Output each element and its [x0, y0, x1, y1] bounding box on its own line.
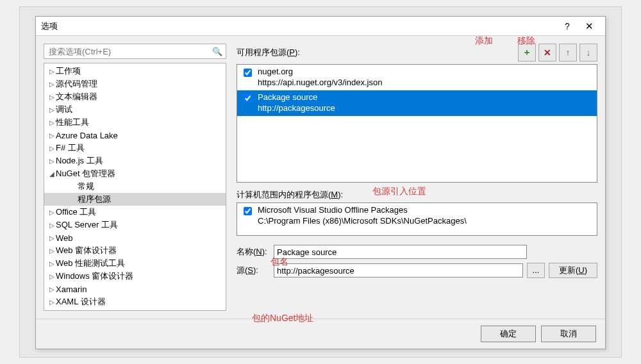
sources-label: 可用程序包源(P): [237, 47, 515, 58]
remove-source-button[interactable]: ✕ [538, 44, 556, 62]
browse-button[interactable]: ... [527, 263, 545, 278]
expander-icon[interactable]: ▷ [48, 235, 56, 242]
expander-icon[interactable]: ▷ [48, 247, 56, 254]
tree-item[interactable]: ▷调试 [44, 103, 226, 116]
tree-item-label: 工作项 [56, 65, 81, 77]
tree-item-label: 源代码管理 [56, 78, 97, 90]
search-input[interactable] [47, 46, 212, 58]
tree-item-label: 性能工具 [56, 117, 89, 128]
options-tree[interactable]: ▷工作项▷源代码管理▷文本编辑器▷调试▷性能工具▷Azure Data Lake… [44, 63, 226, 311]
tree-item-label: 文本编辑器 [56, 91, 97, 103]
button-bar: 确定 取消 [36, 318, 605, 349]
add-source-button[interactable]: ＋ [518, 44, 536, 62]
expander-icon[interactable]: ▷ [48, 68, 56, 75]
source-url: http://packagesource [258, 103, 335, 114]
source-url: C:\Program Files (x86)\Microsoft SDKs\Nu… [258, 216, 467, 227]
dialog-title: 选项 [41, 21, 556, 32]
tree-item-label: Web 性能测试工具 [56, 258, 125, 269]
source-url: https://api.nuget.org/v3/index.json [258, 78, 382, 88]
tree-item[interactable]: ▷Web 窗体设计器 [44, 244, 226, 257]
tree-item[interactable]: ▷Xamarin [44, 283, 226, 295]
tree-item[interactable]: ▷性能工具 [44, 116, 226, 129]
tree-item-label: Node.js 工具 [56, 155, 103, 167]
tree-item-label: 程序包源 [78, 194, 111, 205]
tree-item-label: Windows 窗体设计器 [56, 270, 133, 282]
tree-item[interactable]: ▷XAML 设计器 [44, 295, 226, 308]
tree-item[interactable]: ▷工作项 [44, 65, 226, 78]
source-name: nuget.org [258, 67, 382, 78]
tree-item[interactable]: ▷Office 工具 [44, 206, 226, 219]
source-name: Package source [258, 92, 335, 103]
tree-item-label: 常规 [78, 181, 94, 192]
tree-item-label: Office 工具 [56, 206, 96, 218]
expander-icon[interactable]: ▷ [48, 81, 56, 88]
tree-item[interactable]: ▷Node.js 工具 [44, 154, 226, 167]
main-area: 🔍 ▷工作项▷源代码管理▷文本编辑器▷调试▷性能工具▷Azure Data La… [36, 36, 605, 318]
tree-item-label: Web 窗体设计器 [56, 245, 117, 256]
tree-item-label: 调试 [56, 104, 72, 115]
tree-item[interactable]: ▷Web [44, 231, 226, 244]
source-item[interactable]: nuget.orghttps://api.nuget.org/v3/index.… [237, 65, 597, 90]
source-field[interactable] [274, 263, 523, 277]
move-up-button[interactable]: ↑ [559, 44, 577, 62]
expander-icon[interactable]: ▷ [48, 286, 56, 293]
tree-item[interactable]: 程序包源 [44, 193, 226, 206]
expander-icon[interactable]: ▷ [48, 145, 56, 152]
expander-icon[interactable]: ▷ [48, 273, 56, 280]
move-down-button[interactable]: ↓ [579, 44, 597, 62]
expander-icon[interactable]: ▷ [48, 119, 56, 126]
search-icon[interactable]: 🔍 [212, 47, 222, 56]
tree-item-label: SQL Server 工具 [56, 219, 118, 231]
source-name: Microsoft Visual Studio Offline Packages [258, 205, 467, 216]
source-checkbox[interactable] [244, 69, 252, 77]
tree-item[interactable]: ▷Windows 窗体设计器 [44, 270, 226, 283]
tree-item[interactable]: ▷F# 工具 [44, 142, 226, 154]
expander-icon[interactable]: ▷ [48, 158, 56, 165]
tree-item[interactable]: ▷文本编辑器 [44, 90, 226, 103]
expander-icon[interactable]: ▷ [48, 209, 56, 216]
tree-item[interactable]: ▷Web 性能测试工具 [44, 257, 226, 270]
machine-source-item[interactable]: Microsoft Visual Studio Offline Packages… [237, 203, 597, 229]
expander-icon[interactable]: ▷ [48, 94, 56, 101]
source-checkbox[interactable] [244, 207, 252, 215]
left-panel: 🔍 ▷工作项▷源代码管理▷文本编辑器▷调试▷性能工具▷Azure Data La… [44, 44, 226, 311]
package-source-list[interactable]: nuget.orghttps://api.nuget.org/v3/index.… [237, 64, 597, 183]
tree-item[interactable]: ▷源代码管理 [44, 78, 226, 90]
machine-sources-label: 计算机范围内的程序包源(M): [237, 189, 597, 201]
cancel-button[interactable]: 取消 [541, 326, 596, 342]
ok-button[interactable]: 确定 [481, 326, 536, 342]
source-item[interactable]: Package sourcehttp://packagesource [237, 90, 597, 116]
expander-icon[interactable]: ▷ [48, 222, 56, 229]
tree-item-label: Azure Data Lake [56, 131, 118, 140]
tree-item-label: F# 工具 [56, 142, 85, 154]
close-icon[interactable]: ✕ [578, 19, 600, 34]
titlebar: 选项 ? ✕ [36, 17, 605, 36]
source-label: 源(S): [237, 265, 274, 276]
tree-item-label: XAML 设计器 [56, 296, 106, 308]
search-box[interactable]: 🔍 [44, 44, 226, 59]
tree-item[interactable]: 常规 [44, 180, 226, 193]
name-field[interactable] [274, 245, 527, 259]
source-checkbox[interactable] [244, 94, 252, 103]
tree-item[interactable]: ▷Azure Data Lake [44, 129, 226, 142]
tree-item[interactable]: ◢NuGet 包管理器 [44, 167, 226, 180]
options-dialog: 选项 ? ✕ 🔍 ▷工作项▷源代码管理▷文本编辑器▷调试▷性能工具▷Azure … [35, 16, 606, 349]
name-label: 名称(N): [237, 246, 274, 258]
help-icon[interactable]: ? [556, 19, 578, 34]
expander-icon[interactable]: ▷ [48, 260, 56, 267]
tree-item[interactable]: ▷SQL Server 工具 [44, 219, 226, 231]
expander-icon[interactable]: ▷ [48, 299, 56, 306]
update-button[interactable]: 更新(U) [549, 263, 597, 278]
tree-item-label: NuGet 包管理器 [56, 168, 115, 179]
tree-item-label: Web [56, 233, 73, 243]
machine-source-list[interactable]: Microsoft Visual Studio Offline Packages… [237, 203, 597, 236]
sources-header: 可用程序包源(P): ＋ ✕ ↑ ↓ [237, 44, 597, 62]
right-panel: 可用程序包源(P): ＋ ✕ ↑ ↓ nuget.orghttps://api.… [237, 44, 597, 311]
dialog-content: 🔍 ▷工作项▷源代码管理▷文本编辑器▷调试▷性能工具▷Azure Data La… [36, 36, 605, 349]
tree-item-label: Xamarin [56, 285, 87, 294]
form-rows: 名称(N): 源(S): ... 更新(U) [237, 245, 597, 282]
expander-icon[interactable]: ▷ [48, 132, 56, 139]
expander-icon[interactable]: ▷ [48, 106, 56, 113]
expander-icon[interactable]: ◢ [48, 170, 56, 178]
